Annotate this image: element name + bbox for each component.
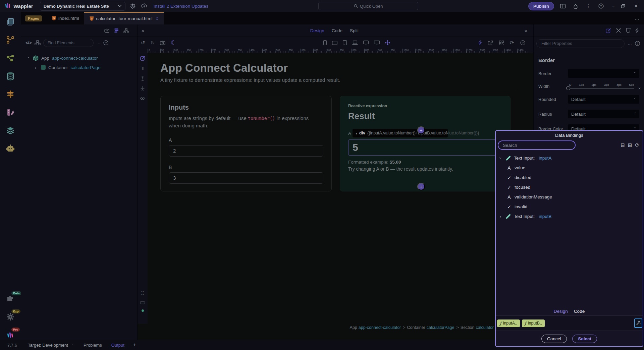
add-element-button[interactable]: +: [417, 126, 425, 134]
experimental-settings-icon[interactable]: Exp: [5, 312, 15, 322]
routes-icon[interactable]: [5, 89, 15, 99]
view-tab-design[interactable]: Design: [310, 28, 324, 33]
breadcrumb-type[interactable]: Container: [407, 325, 425, 330]
ai-generate-icon[interactable]: [104, 28, 110, 33]
breadcrumb-name[interactable]: app-connect-calculator: [359, 325, 401, 330]
problems-tab[interactable]: Problems: [84, 343, 102, 348]
select-button[interactable]: Select: [572, 335, 597, 343]
breadcrumb-name[interactable]: calculator: [476, 325, 494, 330]
add-element-button[interactable]: +: [417, 183, 425, 190]
extensions-beta-icon[interactable]: Beta: [5, 294, 15, 304]
device-tablet-icon[interactable]: [343, 40, 347, 45]
properties-edit-icon[interactable]: [606, 28, 611, 33]
binding-prop-invalid[interactable]: ✓ invalid: [496, 202, 643, 212]
device-desktop-icon[interactable]: [363, 41, 369, 45]
expander-icon[interactable]: ›: [26, 56, 31, 60]
collapse-all-icon[interactable]: ⊟: [621, 142, 625, 148]
device-laptop-icon[interactable]: [352, 41, 358, 45]
breadcrumb-type[interactable]: App: [350, 325, 357, 330]
radius-select[interactable]: Default›: [568, 110, 639, 118]
binding-component-inputA[interactable]: › Text Input: inputA: [496, 153, 643, 163]
expand-all-icon[interactable]: ⊞: [628, 142, 632, 148]
dark-mode-icon[interactable]: ☾: [171, 39, 176, 46]
layers-icon[interactable]: [5, 125, 15, 135]
input-a[interactable]: [169, 145, 323, 157]
tab-index-html[interactable]: 5 index.html: [47, 12, 85, 24]
qr-preview-icon[interactable]: [499, 41, 504, 45]
edit-mode-icon[interactable]: [140, 56, 145, 61]
binding-prop-validationMessage[interactable]: A validationMessage: [496, 192, 643, 202]
help-icon[interactable]: ?: [597, 2, 605, 10]
element-toolbar-pill[interactable]: ‹ div {{inputA.value.toNumber()+inputB.v…: [353, 129, 448, 137]
undo-icon[interactable]: ↺: [141, 40, 145, 46]
binding-component-inputB[interactable]: › Text Input: inputB: [496, 212, 643, 221]
quick-open-button[interactable]: Quick Open: [318, 2, 418, 10]
preview-eye-icon[interactable]: [140, 97, 145, 100]
dialog-tab-code[interactable]: Code: [574, 309, 585, 314]
install-updates-link[interactable]: Install 2 Extension Updates: [154, 4, 209, 9]
theme-droplet-icon[interactable]: [572, 2, 580, 10]
clear-width-icon[interactable]: ×: [638, 86, 641, 91]
more-options-icon[interactable]: …: [96, 40, 101, 45]
view-tab-code[interactable]: Code: [332, 28, 342, 33]
minimize-button[interactable]: −: [610, 3, 616, 9]
slider-knob[interactable]: [566, 86, 570, 90]
ai-assistant-icon[interactable]: [5, 143, 15, 154]
tree-item-app[interactable]: › App app-connect-calculator: [27, 53, 137, 63]
design-system-icon[interactable]: [5, 107, 15, 117]
app-connect-bolt-icon[interactable]: [478, 40, 482, 45]
help-icon[interactable]: ?: [635, 41, 640, 46]
close-button[interactable]: ×: [633, 3, 639, 9]
collapse-panel-icon[interactable]: «: [142, 28, 144, 34]
tab-overflow-icon[interactable]: …: [635, 15, 639, 21]
dynamic-events-icon[interactable]: [635, 28, 639, 33]
tab-calculator-html[interactable]: 5 calculator--tour-manual.html: [84, 12, 164, 24]
back-chevron-icon[interactable]: ‹: [356, 131, 357, 136]
view-tab-split[interactable]: Split: [350, 28, 359, 33]
expression-chip-inputA[interactable]: ƒinputA..: [497, 319, 520, 327]
redo-icon[interactable]: ↻: [151, 40, 155, 46]
output-tab[interactable]: Output: [111, 343, 124, 348]
components-icon[interactable]: [35, 40, 41, 46]
binding-prop-value[interactable]: A value: [496, 163, 643, 173]
restore-button[interactable]: [621, 4, 628, 8]
open-in-browser-icon[interactable]: [488, 41, 493, 45]
breadcrumb-name[interactable]: calculatorPage: [427, 325, 454, 330]
border-style-select[interactable]: ›: [568, 69, 639, 78]
border-width-slider[interactable]: D1px2px3px4px5px ×: [568, 84, 639, 89]
pages-badge[interactable]: Pages: [25, 15, 42, 21]
expression-chip-inputB[interactable]: ƒinputB..: [522, 319, 545, 327]
more-options-icon[interactable]: …: [628, 41, 632, 46]
text-tool-icon[interactable]: TI: [141, 66, 144, 71]
help-icon[interactable]: ?: [103, 40, 108, 45]
grid-helper-icon[interactable]: ⠿: [141, 291, 144, 296]
settings-icon[interactable]: [129, 2, 137, 10]
project-selector[interactable]: Demo Dynamic Real Estate Site: [40, 2, 125, 11]
device-monitor-icon[interactable]: [374, 41, 380, 45]
binding-prop-focused[interactable]: ✓ focused: [496, 182, 643, 192]
layout-columns-icon[interactable]: [559, 2, 567, 10]
expander-icon[interactable]: ›: [498, 156, 503, 160]
expander-icon[interactable]: ›: [498, 214, 502, 219]
add-panel-icon[interactable]: +: [133, 342, 136, 348]
responsive-resize-icon[interactable]: [385, 40, 390, 45]
sitemap-view-icon[interactable]: [123, 28, 129, 33]
accessibility-icon[interactable]: [140, 86, 145, 91]
expand-panel-icon[interactable]: »: [525, 28, 527, 34]
css-styles-icon[interactable]: [626, 28, 631, 33]
code-view-icon[interactable]: </>: [25, 40, 32, 45]
device-phone-icon[interactable]: [323, 40, 327, 45]
cancel-button[interactable]: Cancel: [541, 335, 567, 343]
pages-manager-icon[interactable]: [5, 17, 15, 27]
refresh-icon[interactable]: ⟳: [635, 142, 639, 148]
input-b[interactable]: [169, 172, 323, 184]
git-icon[interactable]: [5, 35, 15, 45]
device-tablet-landscape-icon[interactable]: [332, 41, 337, 45]
tree-item-container[interactable]: › Container calculatorPage: [27, 63, 137, 72]
target-selector[interactable]: Target: Development ›: [28, 343, 74, 348]
database-icon[interactable]: [5, 71, 15, 81]
help-icon[interactable]: ?: [520, 40, 525, 45]
dialog-tab-design[interactable]: Design: [554, 309, 568, 314]
workflows-icon[interactable]: [5, 53, 15, 63]
wappler-pro-icon[interactable]: Pro: [5, 330, 15, 340]
